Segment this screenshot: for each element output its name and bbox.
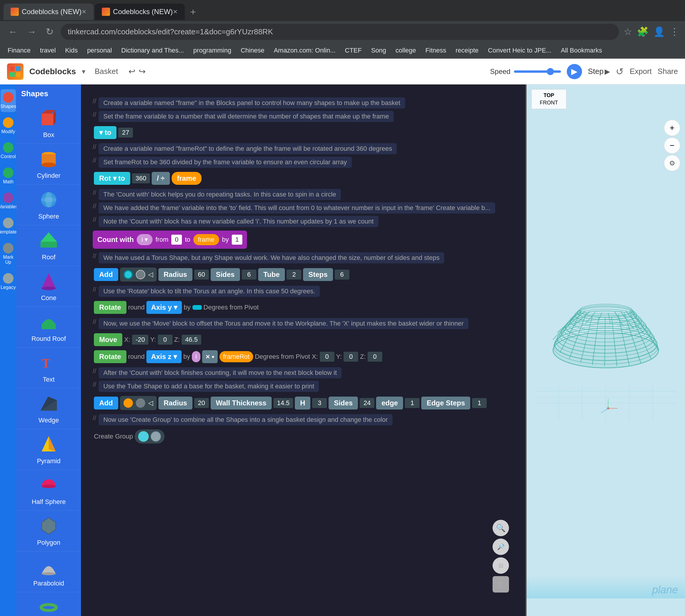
frame-var[interactable]: frame	[172, 172, 201, 185]
shape-item-sphere[interactable]: Sphere	[17, 184, 81, 225]
tab-2-close[interactable]: ✕	[173, 8, 178, 15]
rotate-block[interactable]: Rotate	[94, 301, 127, 314]
y-value[interactable]: 0	[158, 335, 173, 345]
move-block[interactable]: Move	[94, 333, 122, 346]
by-value[interactable]: 1	[232, 235, 242, 245]
torus-shape-block[interactable]: ◁	[120, 267, 157, 282]
redo-button[interactable]: ↪	[139, 67, 146, 76]
rotate2-block[interactable]: Rotate	[94, 350, 127, 363]
i-var-2[interactable]: i	[192, 351, 200, 362]
tube-sides-value[interactable]: 24	[360, 398, 374, 408]
tool-legacy[interactable]: Legacy	[1, 270, 16, 293]
speed-knob[interactable]	[547, 68, 554, 75]
code-canvas[interactable]: // Create a variable named "frame" in th…	[81, 85, 527, 616]
canvas-3d[interactable]	[527, 85, 685, 616]
nav-cube-display[interactable]: TOP FRONT	[531, 89, 567, 109]
speed-slider[interactable]	[514, 70, 561, 73]
tool-control[interactable]: Control	[1, 139, 16, 162]
bookmark-kids[interactable]: Kids	[62, 45, 81, 56]
bookmark-programming[interactable]: programming	[191, 45, 235, 56]
z-value[interactable]: 46.5	[182, 335, 201, 345]
edge-value[interactable]: 1	[405, 398, 420, 408]
bookmark-all[interactable]: All Bookmarks	[558, 45, 605, 56]
sides-value[interactable]: 6	[242, 269, 257, 280]
tool-math[interactable]: Math	[1, 164, 16, 188]
shape-item-halfsphere[interactable]: Half Sphere	[17, 470, 81, 511]
view-zoom-in[interactable]: +	[664, 120, 680, 136]
wall-thick-value[interactable]: 14.5	[273, 398, 293, 408]
shape-item-polygon[interactable]: Polygon	[17, 511, 81, 551]
bookmark-chinese[interactable]: Chinese	[238, 45, 267, 56]
trash-button[interactable]: 🗑	[492, 576, 509, 593]
tab-1[interactable]: Codeblocks (NEW) ✕	[3, 3, 94, 20]
multiply-op[interactable]: × •	[202, 350, 218, 363]
view-reset[interactable]: ⊙	[664, 155, 680, 171]
view-zoom-out[interactable]: −	[664, 137, 680, 154]
share-button[interactable]: Share	[658, 67, 678, 76]
reload-button[interactable]: ↻	[43, 24, 56, 40]
shape-item-text[interactable]: T Text	[17, 348, 81, 388]
shape-item-wedge[interactable]: Wedge	[17, 388, 81, 429]
radius-value[interactable]: 60	[194, 269, 209, 280]
shape-item-box[interactable]: Box	[17, 103, 81, 144]
tool-templates[interactable]: Templates	[1, 215, 16, 238]
shape-item-roundroof[interactable]: Round Roof	[17, 307, 81, 348]
from-value[interactable]: 0	[171, 235, 182, 245]
undo-button[interactable]: ↩	[129, 67, 135, 76]
edge-steps-value[interactable]: 1	[472, 398, 487, 408]
extension-icon[interactable]: 🧩	[637, 26, 649, 37]
bookmark-personal[interactable]: personal	[84, 45, 115, 56]
menu-icon[interactable]: ⋮	[670, 26, 679, 37]
set-block-teal[interactable]: ▾ to	[94, 126, 116, 139]
shape-item-pyramid[interactable]: Pyramid	[17, 429, 81, 470]
add-tube-block[interactable]: Add	[94, 397, 118, 410]
i-var[interactable]: i ▾	[137, 234, 153, 245]
x2-value[interactable]: 0	[320, 352, 334, 362]
zoom-fit-btn[interactable]: ⊟	[492, 557, 509, 574]
step-control[interactable]: Step ▶	[588, 67, 610, 76]
h-value[interactable]: 3	[312, 398, 327, 408]
framerot-set[interactable]: Rot ▾ to	[94, 172, 130, 185]
360-value[interactable]: 360	[132, 173, 150, 183]
axis-z-block[interactable]: Axis z ▾	[147, 350, 182, 363]
y2-value[interactable]: 0	[344, 352, 358, 362]
axis-y-block[interactable]: Axis y ▾	[147, 301, 182, 314]
app-dropdown-arrow[interactable]: ▾	[82, 67, 85, 76]
refresh-button[interactable]: ↺	[616, 66, 624, 77]
bookmark-ctef[interactable]: CTEF	[342, 45, 364, 56]
shape-item-roof[interactable]: Roof	[17, 225, 81, 266]
tool-markup[interactable]: Mark Up	[1, 240, 16, 268]
tube-value[interactable]: 2	[287, 269, 301, 280]
tool-shapes[interactable]: Shapes	[1, 89, 16, 112]
framerot-var[interactable]: frameRot	[219, 351, 253, 362]
shape-item-cylinder[interactable]: Cylinder	[17, 144, 81, 184]
export-button[interactable]: Export	[629, 67, 651, 76]
profile-icon[interactable]: 👤	[653, 26, 665, 37]
bookmark-receipte[interactable]: receipte	[452, 45, 481, 56]
group-colors-block[interactable]	[135, 430, 164, 443]
bookmark-song[interactable]: Song	[368, 45, 389, 56]
play-button[interactable]: ▶	[567, 64, 582, 79]
address-bar[interactable]: tinkercad.com/codeblocks/edit?create=1&d…	[61, 24, 619, 40]
bookmark-amazon[interactable]: Amazon.com: Onlin...	[271, 45, 338, 56]
steps-value[interactable]: 6	[335, 269, 349, 280]
star-icon[interactable]: ☆	[624, 26, 632, 37]
count-with-block[interactable]: Count with i ▾ from 0 to frame by 1	[93, 230, 247, 249]
divide-op[interactable]: / ÷	[152, 172, 170, 185]
frame-value[interactable]: 27	[118, 128, 133, 137]
tool-variables[interactable]: Variables	[1, 190, 16, 212]
tube-radius-value[interactable]: 20	[194, 398, 209, 408]
frame-to-var[interactable]: frame	[193, 234, 219, 245]
zoom-out-btn[interactable]: 🔎	[492, 538, 509, 555]
zoom-in-btn[interactable]: 🔍	[492, 520, 509, 536]
shape-item-cone[interactable]: Cone	[17, 266, 81, 307]
step-play-icon[interactable]: ▶	[604, 67, 610, 76]
z2-value[interactable]: 0	[368, 352, 382, 362]
shape-item-torus[interactable]: Torus	[17, 592, 81, 616]
back-button[interactable]: ←	[6, 24, 20, 40]
bookmark-travel[interactable]: travel	[37, 45, 59, 56]
new-tab-button[interactable]: ＋	[188, 5, 198, 18]
shape-item-paraboloid[interactable]: Paraboloid	[17, 551, 81, 592]
add-block[interactable]: Add	[94, 268, 118, 281]
bookmark-fitness[interactable]: Fitness	[422, 45, 449, 56]
